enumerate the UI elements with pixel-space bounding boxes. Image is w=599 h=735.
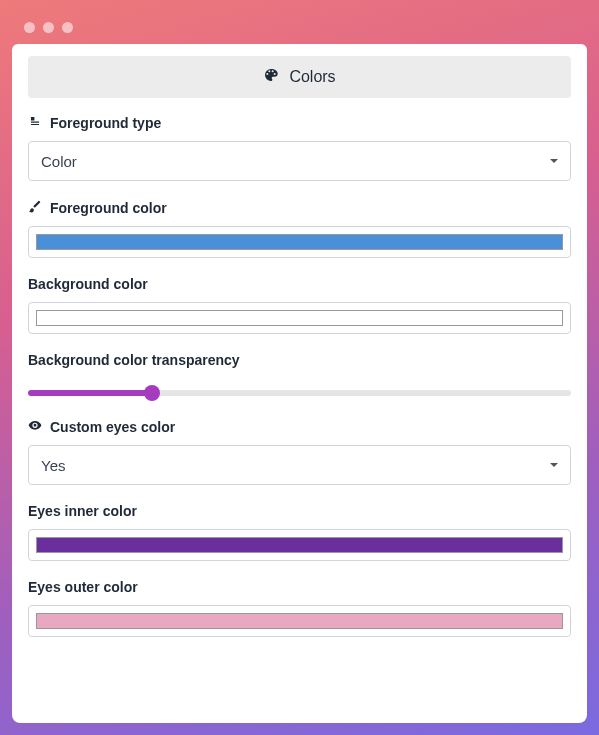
- type-icon: [28, 114, 42, 131]
- custom-eyes-select[interactable]: Yes: [28, 445, 571, 485]
- window-maximize-dot[interactable]: [62, 22, 73, 33]
- window: Colors Foreground type Color Foreground …: [12, 12, 587, 723]
- color-wrap: [28, 529, 571, 561]
- field-label: Background color transparency: [28, 352, 571, 368]
- field-label: Background color: [28, 276, 571, 292]
- eye-icon: [28, 418, 42, 435]
- bg-transparency-slider[interactable]: [28, 390, 571, 396]
- label-text: Background color: [28, 276, 148, 292]
- section-title: Colors: [289, 68, 335, 86]
- slider-wrap: [28, 378, 571, 400]
- label-text: Custom eyes color: [50, 419, 175, 435]
- label-text: Background color transparency: [28, 352, 240, 368]
- palette-icon: [263, 67, 279, 87]
- field-label: Eyes inner color: [28, 503, 571, 519]
- window-minimize-dot[interactable]: [43, 22, 54, 33]
- field-eyes-inner: Eyes inner color: [12, 503, 587, 561]
- label-text: Eyes inner color: [28, 503, 137, 519]
- field-bg-transparency: Background color transparency: [12, 352, 587, 400]
- background-color-input[interactable]: [36, 310, 563, 326]
- foreground-type-select[interactable]: Color: [28, 141, 571, 181]
- window-titlebar: [12, 12, 587, 42]
- field-label: Eyes outer color: [28, 579, 571, 595]
- color-wrap: [28, 605, 571, 637]
- eyes-inner-color-input[interactable]: [36, 537, 563, 553]
- foreground-color-input[interactable]: [36, 234, 563, 250]
- field-background-color: Background color: [12, 276, 587, 334]
- field-label: Foreground type: [28, 114, 571, 131]
- field-label: Custom eyes color: [28, 418, 571, 435]
- label-text: Foreground color: [50, 200, 167, 216]
- field-foreground-type: Foreground type Color: [12, 114, 587, 181]
- eyes-outer-color-input[interactable]: [36, 613, 563, 629]
- color-wrap: [28, 226, 571, 258]
- label-text: Eyes outer color: [28, 579, 138, 595]
- label-text: Foreground type: [50, 115, 161, 131]
- field-label: Foreground color: [28, 199, 571, 216]
- panel: Colors Foreground type Color Foreground …: [12, 44, 587, 723]
- field-eyes-outer: Eyes outer color: [12, 579, 587, 637]
- color-wrap: [28, 302, 571, 334]
- window-close-dot[interactable]: [24, 22, 35, 33]
- brush-icon: [28, 199, 42, 216]
- section-header: Colors: [28, 56, 571, 98]
- field-custom-eyes: Custom eyes color Yes: [12, 418, 587, 485]
- field-foreground-color: Foreground color: [12, 199, 587, 258]
